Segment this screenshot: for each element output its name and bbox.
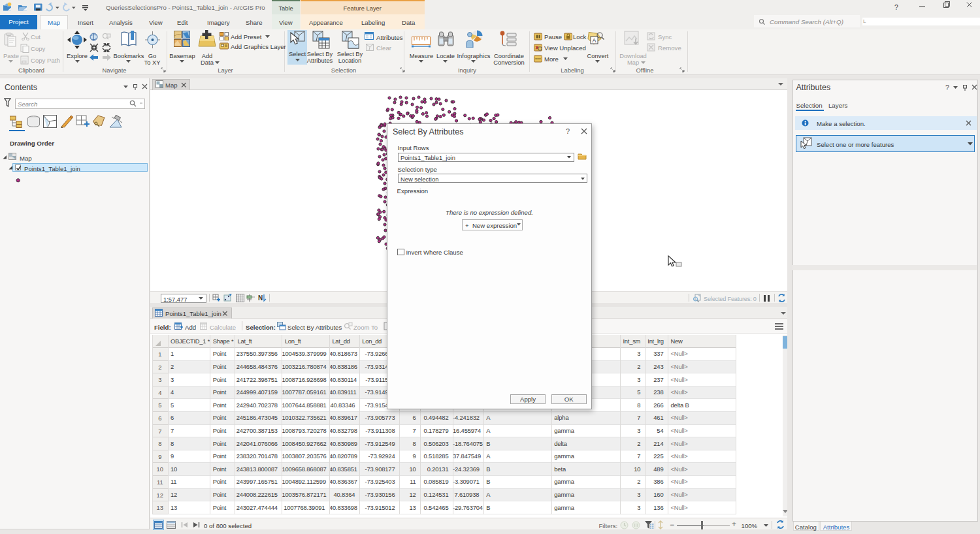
svg-text:A: A [593,37,596,44]
svg-text:N: N [258,294,263,302]
